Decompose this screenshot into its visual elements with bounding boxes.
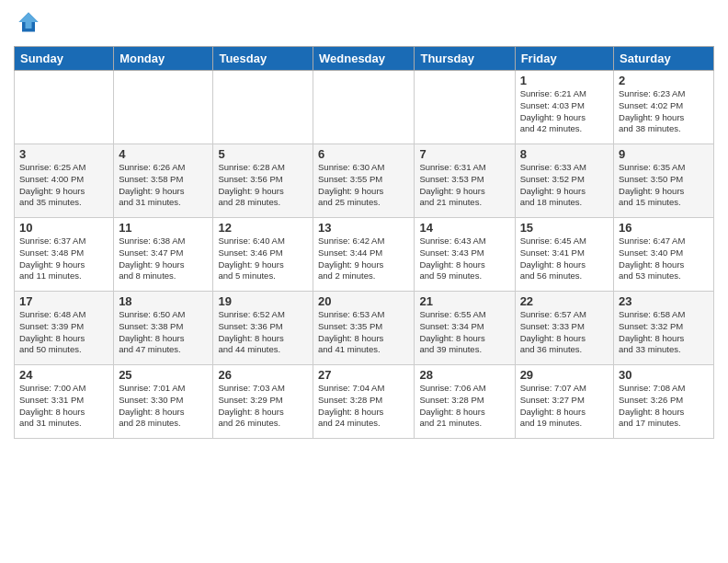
weekday-saturday: Saturday — [614, 47, 714, 71]
day-number: 11 — [119, 221, 208, 235]
day-cell: 29Sunrise: 7:07 AM Sunset: 3:27 PM Dayli… — [515, 365, 613, 439]
day-cell: 13Sunrise: 6:42 AM Sunset: 3:44 PM Dayli… — [313, 218, 415, 292]
day-cell: 25Sunrise: 7:01 AM Sunset: 3:30 PM Dayli… — [114, 365, 213, 439]
day-number: 23 — [619, 294, 709, 308]
day-info: Sunrise: 6:40 AM Sunset: 3:46 PM Dayligh… — [218, 236, 308, 282]
week-row-2: 3Sunrise: 6:25 AM Sunset: 4:00 PM Daylig… — [15, 144, 714, 218]
weekday-tuesday: Tuesday — [213, 47, 313, 71]
day-cell: 17Sunrise: 6:48 AM Sunset: 3:39 PM Dayli… — [15, 292, 114, 365]
day-cell: 8Sunrise: 6:33 AM Sunset: 3:52 PM Daylig… — [515, 144, 613, 218]
day-info: Sunrise: 6:28 AM Sunset: 3:56 PM Dayligh… — [218, 162, 308, 209]
logo-icon — [16, 9, 41, 35]
day-cell: 26Sunrise: 7:03 AM Sunset: 3:29 PM Dayli… — [213, 365, 313, 439]
day-info: Sunrise: 7:01 AM Sunset: 3:30 PM Dayligh… — [119, 383, 208, 430]
day-number: 20 — [318, 294, 409, 308]
day-cell — [313, 71, 415, 144]
day-number: 5 — [218, 147, 308, 161]
weekday-monday: Monday — [114, 47, 213, 71]
day-number: 18 — [119, 294, 208, 308]
day-number: 1 — [520, 74, 609, 87]
day-info: Sunrise: 6:21 AM Sunset: 4:03 PM Dayligh… — [520, 88, 609, 135]
day-info: Sunrise: 6:26 AM Sunset: 3:58 PM Dayligh… — [119, 162, 208, 209]
weekday-header-row: SundayMondayTuesdayWednesdayThursdayFrid… — [15, 47, 714, 71]
day-cell: 12Sunrise: 6:40 AM Sunset: 3:46 PM Dayli… — [213, 218, 313, 292]
day-info: Sunrise: 7:00 AM Sunset: 3:31 PM Dayligh… — [19, 383, 108, 430]
day-info: Sunrise: 6:57 AM Sunset: 3:33 PM Dayligh… — [520, 309, 609, 356]
day-number: 16 — [619, 221, 709, 235]
day-cell: 3Sunrise: 6:25 AM Sunset: 4:00 PM Daylig… — [15, 144, 114, 218]
day-info: Sunrise: 6:30 AM Sunset: 3:55 PM Dayligh… — [318, 162, 409, 209]
day-number: 9 — [619, 147, 709, 161]
day-info: Sunrise: 6:42 AM Sunset: 3:44 PM Dayligh… — [318, 236, 409, 282]
day-info: Sunrise: 6:25 AM Sunset: 4:00 PM Dayligh… — [19, 162, 108, 209]
week-row-4: 17Sunrise: 6:48 AM Sunset: 3:39 PM Dayli… — [15, 292, 714, 365]
day-number: 12 — [218, 221, 308, 235]
day-number: 14 — [419, 221, 509, 235]
header — [14, 9, 714, 39]
day-number: 13 — [318, 221, 409, 235]
day-cell: 18Sunrise: 6:50 AM Sunset: 3:38 PM Dayli… — [114, 292, 213, 365]
day-cell: 22Sunrise: 6:57 AM Sunset: 3:33 PM Dayli… — [515, 292, 613, 365]
day-number: 7 — [419, 147, 509, 161]
day-info: Sunrise: 7:04 AM Sunset: 3:28 PM Dayligh… — [318, 383, 409, 430]
week-row-3: 10Sunrise: 6:37 AM Sunset: 3:48 PM Dayli… — [15, 218, 714, 292]
day-info: Sunrise: 6:52 AM Sunset: 3:36 PM Dayligh… — [218, 309, 308, 356]
weekday-friday: Friday — [515, 47, 613, 71]
day-info: Sunrise: 6:38 AM Sunset: 3:47 PM Dayligh… — [119, 236, 208, 282]
day-number: 2 — [619, 74, 709, 87]
day-info: Sunrise: 6:33 AM Sunset: 3:52 PM Dayligh… — [520, 162, 609, 209]
day-number: 21 — [419, 294, 509, 308]
day-info: Sunrise: 6:58 AM Sunset: 3:32 PM Dayligh… — [619, 309, 709, 356]
day-info: Sunrise: 6:23 AM Sunset: 4:02 PM Dayligh… — [619, 88, 709, 135]
day-cell: 30Sunrise: 7:08 AM Sunset: 3:26 PM Dayli… — [614, 365, 714, 439]
day-number: 22 — [520, 294, 609, 308]
day-cell: 20Sunrise: 6:53 AM Sunset: 3:35 PM Dayli… — [313, 292, 415, 365]
day-number: 29 — [520, 368, 609, 382]
calendar: SundayMondayTuesdayWednesdayThursdayFrid… — [14, 46, 714, 439]
day-info: Sunrise: 6:31 AM Sunset: 3:53 PM Dayligh… — [419, 162, 509, 209]
svg-marker-1 — [19, 13, 39, 29]
day-cell: 19Sunrise: 6:52 AM Sunset: 3:36 PM Dayli… — [213, 292, 313, 365]
week-row-5: 24Sunrise: 7:00 AM Sunset: 3:31 PM Dayli… — [15, 365, 714, 439]
day-cell: 7Sunrise: 6:31 AM Sunset: 3:53 PM Daylig… — [415, 144, 515, 218]
day-cell: 14Sunrise: 6:43 AM Sunset: 3:43 PM Dayli… — [415, 218, 515, 292]
day-number: 28 — [419, 368, 509, 382]
day-info: Sunrise: 7:03 AM Sunset: 3:29 PM Dayligh… — [218, 383, 308, 430]
day-info: Sunrise: 6:53 AM Sunset: 3:35 PM Dayligh… — [318, 309, 409, 356]
day-cell — [213, 71, 313, 144]
day-info: Sunrise: 6:37 AM Sunset: 3:48 PM Dayligh… — [19, 236, 108, 282]
day-number: 26 — [218, 368, 308, 382]
day-cell: 28Sunrise: 7:06 AM Sunset: 3:28 PM Dayli… — [415, 365, 515, 439]
day-number: 25 — [119, 368, 208, 382]
day-info: Sunrise: 6:35 AM Sunset: 3:50 PM Dayligh… — [619, 162, 709, 209]
day-number: 8 — [520, 147, 609, 161]
logo — [14, 9, 41, 39]
day-cell — [15, 71, 114, 144]
day-info: Sunrise: 6:45 AM Sunset: 3:41 PM Dayligh… — [520, 236, 609, 282]
day-cell: 11Sunrise: 6:38 AM Sunset: 3:47 PM Dayli… — [114, 218, 213, 292]
day-number: 6 — [318, 147, 409, 161]
page: SundayMondayTuesdayWednesdayThursdayFrid… — [0, 0, 728, 563]
day-cell: 5Sunrise: 6:28 AM Sunset: 3:56 PM Daylig… — [213, 144, 313, 218]
week-row-1: 1Sunrise: 6:21 AM Sunset: 4:03 PM Daylig… — [15, 71, 714, 144]
day-info: Sunrise: 6:43 AM Sunset: 3:43 PM Dayligh… — [419, 236, 509, 282]
day-number: 10 — [19, 221, 108, 235]
day-cell: 15Sunrise: 6:45 AM Sunset: 3:41 PM Dayli… — [515, 218, 613, 292]
day-info: Sunrise: 7:08 AM Sunset: 3:26 PM Dayligh… — [619, 383, 709, 430]
day-info: Sunrise: 7:06 AM Sunset: 3:28 PM Dayligh… — [419, 383, 509, 430]
day-cell — [415, 71, 515, 144]
day-number: 4 — [119, 147, 208, 161]
day-info: Sunrise: 7:07 AM Sunset: 3:27 PM Dayligh… — [520, 383, 609, 430]
day-cell: 1Sunrise: 6:21 AM Sunset: 4:03 PM Daylig… — [515, 71, 613, 144]
day-number: 3 — [19, 147, 108, 161]
day-cell: 16Sunrise: 6:47 AM Sunset: 3:40 PM Dayli… — [614, 218, 714, 292]
day-cell — [114, 71, 213, 144]
day-info: Sunrise: 6:55 AM Sunset: 3:34 PM Dayligh… — [419, 309, 509, 356]
day-cell: 4Sunrise: 6:26 AM Sunset: 3:58 PM Daylig… — [114, 144, 213, 218]
day-cell: 27Sunrise: 7:04 AM Sunset: 3:28 PM Dayli… — [313, 365, 415, 439]
day-info: Sunrise: 6:48 AM Sunset: 3:39 PM Dayligh… — [19, 309, 108, 356]
day-number: 30 — [619, 368, 709, 382]
day-number: 17 — [19, 294, 108, 308]
day-number: 15 — [520, 221, 609, 235]
day-cell: 10Sunrise: 6:37 AM Sunset: 3:48 PM Dayli… — [15, 218, 114, 292]
